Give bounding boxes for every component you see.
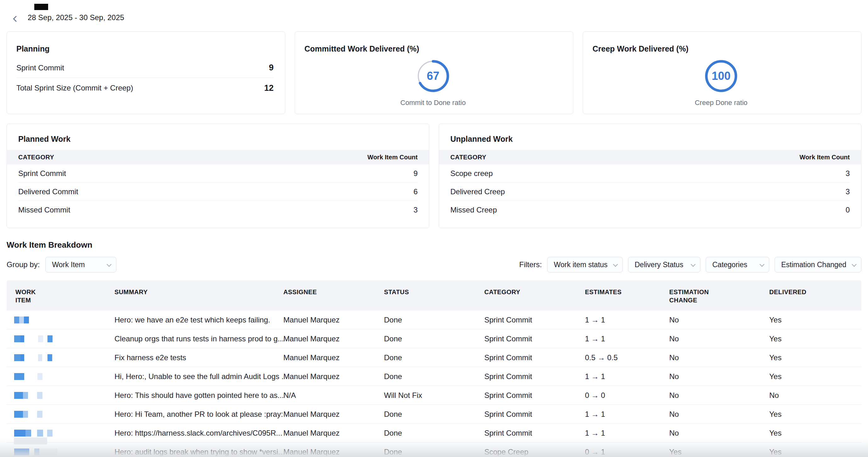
creep-card-title: Creep Work Delivered (%) <box>592 44 850 54</box>
group-by-value: Work Item <box>52 261 85 269</box>
header-estimates: ESTIMATES <box>585 280 669 311</box>
cell-assignee: N/A <box>283 391 384 400</box>
cell-estimation-change: No <box>669 353 769 362</box>
work-tables-row: Planned Work CATEGORY Work Item Count Sp… <box>7 124 861 228</box>
redaction-pixel <box>47 430 53 436</box>
committed-work-delivered-card: Committed Work Delivered (%) 67 Commit t… <box>295 31 573 114</box>
category-label: Missed Creep <box>451 205 497 215</box>
filter-label: Estimation Changed <box>781 261 846 269</box>
redaction-pixel <box>21 335 24 342</box>
redaction-pixel <box>14 335 21 342</box>
back-button[interactable] <box>10 12 22 25</box>
table-row: Hero: we have an e2e test which keeps fa… <box>7 311 861 329</box>
header-category: CATEGORY <box>484 280 585 311</box>
planning-row-total-sprint-size: Total Sprint Size (Commit + Creep) 12 <box>17 78 274 98</box>
cell-estimates: 1 → 1 <box>585 410 669 419</box>
planned-work-title: Planned Work <box>18 134 417 144</box>
summary-cards-row: Planning Sprint Commit 9 Total Sprint Si… <box>7 31 861 114</box>
filter-categories[interactable]: Categories <box>706 257 769 272</box>
redaction-pixel <box>23 411 28 418</box>
filter-work-item-status[interactable]: Work item status <box>547 257 623 272</box>
filter-delivery-status[interactable]: Delivery Status <box>628 257 701 272</box>
redaction-pixel <box>48 335 53 342</box>
creep-gauge: 100 <box>703 58 739 94</box>
cell-category: Sprint Commit <box>484 372 585 381</box>
cell-estimation-change: No <box>669 429 769 437</box>
date-range: 28 Sep, 2025 - 30 Sep, 2025 <box>28 13 861 22</box>
table-body: Hero: we have an e2e test which keeps fa… <box>7 311 861 457</box>
cell-summary: Fix harness e2e tests <box>115 353 283 362</box>
category-count-row: Delivered Creep3 <box>451 183 850 201</box>
cell-summary: Hero: we have an e2e test which keeps fa… <box>115 316 283 324</box>
cell-summary: Hero: https://harness.slack.com/archives… <box>115 429 283 437</box>
cell-status: Will Not Fix <box>384 391 484 400</box>
header-summary: SUMMARY <box>115 280 283 311</box>
redaction-pixel <box>21 354 24 361</box>
header-status: STATUS <box>384 280 484 311</box>
work-item-count: 9 <box>413 169 417 178</box>
cell-estimates: 0.5 → 0.5 <box>585 353 669 362</box>
unplanned-work-header: CATEGORY Work Item Count <box>439 150 861 164</box>
redaction-block <box>14 437 47 445</box>
cell-estimates: 1 → 1 <box>585 334 669 343</box>
redaction-pixel <box>14 449 26 455</box>
cell-status: Done <box>384 448 484 456</box>
work-item-count: 3 <box>846 169 850 178</box>
redaction-pixel <box>34 449 39 455</box>
filter-estimation-changed[interactable]: Estimation Changed <box>775 257 861 272</box>
cell-estimates: 1 → 1 <box>585 316 669 324</box>
cell-estimates: 0 → 1 <box>585 448 669 456</box>
column-category: CATEGORY <box>451 154 486 161</box>
cell-estimates: 1 → 1 <box>585 429 669 437</box>
redaction-pixel <box>37 392 42 399</box>
redaction-pixel <box>48 354 52 361</box>
cell-category: Sprint Commit <box>484 429 585 437</box>
filter-label: Work item status <box>554 261 608 269</box>
cell-category: Sprint Commit <box>484 410 585 419</box>
planned-work-card: Planned Work CATEGORY Work Item Count Sp… <box>7 124 429 228</box>
cell-summary: Hi, Hero:, Unable to see the full admin … <box>115 372 283 381</box>
committed-card-title: Committed Work Delivered (%) <box>304 44 562 54</box>
table-row: Hi, Hero:, Unable to see the full admin … <box>7 367 861 386</box>
redaction-pixel <box>14 373 24 380</box>
cell-estimates: 0 → 0 <box>585 391 669 400</box>
report-header: 28 Sep, 2025 - 30 Sep, 2025 <box>7 0 861 28</box>
planning-row-sprint-commit: Sprint Commit 9 <box>17 58 274 78</box>
cell-estimation-change: No <box>669 316 769 324</box>
work-item-id-redacted <box>7 329 115 348</box>
breakdown-title: Work Item Breakdown <box>7 240 861 250</box>
work-item-id-redacted <box>7 367 115 386</box>
cell-delivered: Yes <box>769 353 861 362</box>
cell-assignee: Manuel Marquez <box>283 429 384 437</box>
cell-status: Done <box>384 372 484 381</box>
work-item-id-redacted <box>7 386 115 404</box>
cell-estimation-change: No <box>669 391 769 400</box>
cell-assignee: Manuel Marquez <box>283 334 384 343</box>
table-row: Fix harness e2e testsManuel MarquezDoneS… <box>7 348 861 367</box>
creep-gauge-caption: Creep Done ratio <box>592 99 850 107</box>
chevron-down-icon <box>107 262 112 267</box>
chevron-left-icon <box>13 16 19 22</box>
chevron-down-icon <box>851 262 857 267</box>
cell-delivered: Yes <box>769 448 861 456</box>
group-by-dropdown[interactable]: Work Item <box>45 257 116 272</box>
group-by-label: Group by: <box>7 260 40 269</box>
unplanned-work-title: Unplanned Work <box>451 134 850 144</box>
redaction-pixel <box>37 373 42 380</box>
planned-work-rows: Sprint Commit9Delivered Commit6Missed Co… <box>7 164 429 219</box>
planning-card: Planning Sprint Commit 9 Total Sprint Si… <box>7 31 285 114</box>
cell-assignee: Manuel Marquez <box>283 410 384 419</box>
cell-category: Sprint Commit <box>484 334 585 343</box>
table-row: Hero: audit logs break when trying to sh… <box>7 443 861 457</box>
redaction-pixel <box>23 392 28 399</box>
cell-category: Sprint Commit <box>484 391 585 400</box>
cell-delivered: Yes <box>769 429 861 437</box>
chevron-down-icon <box>760 262 765 267</box>
redaction-pixel <box>14 430 26 436</box>
work-item-id-redacted <box>7 405 115 423</box>
planning-row-label: Total Sprint Size (Commit + Creep) <box>17 84 133 92</box>
unplanned-work-rows: Scope creep3Delivered Creep3Missed Creep… <box>439 164 861 219</box>
breakdown-controls: Group by: Work Item Filters: Work item s… <box>7 257 861 272</box>
planning-card-title: Planning <box>17 44 274 54</box>
work-item-count: 0 <box>846 205 850 215</box>
